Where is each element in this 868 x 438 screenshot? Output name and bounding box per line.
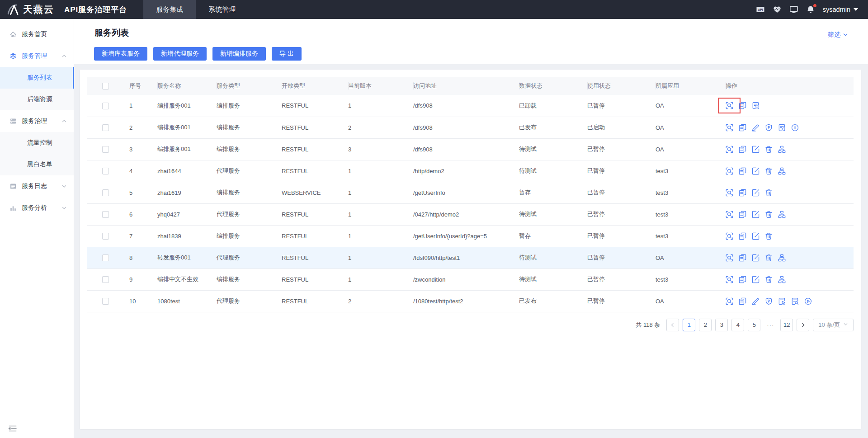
op-copy-icon[interactable]: [739, 232, 746, 240]
nav-tab[interactable]: 系统管理: [196, 0, 248, 19]
collapse-sidebar-icon[interactable]: [8, 425, 17, 432]
op-trash-icon[interactable]: [765, 254, 773, 262]
page-button[interactable]: 3: [715, 319, 728, 331]
op-trash-icon[interactable]: [765, 167, 773, 175]
op-copy-icon[interactable]: [739, 146, 746, 153]
page-button[interactable]: 12: [780, 319, 793, 331]
op-play-icon[interactable]: [804, 297, 812, 305]
op-trash-icon[interactable]: [765, 211, 773, 218]
column-header: 开放类型: [282, 77, 348, 95]
api-badge-icon[interactable]: API: [756, 5, 765, 14]
row-checkbox[interactable]: [102, 124, 109, 131]
sidebar-subitem[interactable]: 黑白名单: [0, 154, 74, 175]
nav-tab[interactable]: 服务集成: [143, 0, 196, 19]
op-sitemap-icon[interactable]: [778, 167, 786, 175]
username: sysadmin: [823, 6, 850, 13]
op-view-icon[interactable]: [726, 167, 733, 175]
op-copy-icon[interactable]: [739, 124, 746, 132]
page-size-select[interactable]: 10 条/页: [813, 319, 854, 331]
action-button[interactable]: 新增编排服务: [212, 47, 266, 61]
page-button[interactable]: 4: [731, 319, 744, 331]
op-trash-icon[interactable]: [765, 276, 773, 283]
op-copy-icon[interactable]: [739, 189, 746, 197]
op-shield-icon[interactable]: [765, 297, 773, 305]
op-view-icon[interactable]: [726, 276, 733, 283]
op-sitemap-icon[interactable]: [778, 146, 786, 153]
op-copy-icon[interactable]: [739, 211, 746, 218]
row-checkbox[interactable]: [102, 276, 109, 283]
op-sitemap-icon[interactable]: [778, 211, 786, 218]
sidebar-item[interactable]: 服务管理: [0, 45, 74, 67]
row-checkbox[interactable]: [102, 189, 109, 196]
op-pencil-icon[interactable]: [752, 297, 760, 305]
operations-cell: [726, 117, 854, 138]
op-view-icon[interactable]: [726, 232, 733, 240]
op-view-icon[interactable]: [726, 189, 733, 197]
row-checkbox[interactable]: [102, 211, 109, 218]
op-copy-icon[interactable]: [739, 167, 746, 175]
page-button[interactable]: 2: [699, 319, 712, 331]
op-copy-icon[interactable]: [739, 254, 746, 262]
filter-toggle[interactable]: 筛选: [828, 31, 848, 39]
op-sitemap-icon[interactable]: [778, 254, 786, 262]
op-edit-icon[interactable]: [752, 254, 760, 262]
address-cell: /0427/http/demo2: [413, 203, 519, 225]
op-copy-icon[interactable]: [739, 276, 746, 283]
op-pause-icon[interactable]: [791, 124, 799, 132]
operation-icons: [726, 211, 854, 218]
op-shield-icon[interactable]: [765, 124, 773, 132]
sidebar-item[interactable]: 服务分析: [0, 197, 74, 219]
row-checkbox[interactable]: [102, 233, 109, 240]
op-view-icon[interactable]: [726, 297, 733, 305]
op-copy-icon[interactable]: [739, 297, 746, 305]
bell-icon[interactable]: [806, 5, 815, 14]
monitor-icon[interactable]: [789, 5, 798, 14]
page-button[interactable]: 5: [748, 319, 760, 331]
op-view-icon[interactable]: [726, 211, 733, 218]
op-pencil-icon[interactable]: [752, 124, 760, 132]
op-edit-icon[interactable]: [752, 146, 760, 153]
op-trash-icon[interactable]: [765, 232, 773, 240]
op-doc-cursor-icon[interactable]: [778, 297, 786, 305]
sidebar-subitem[interactable]: 流量控制: [0, 132, 74, 154]
open-type-cell: RESTFUL: [282, 138, 348, 160]
row-checkbox[interactable]: [102, 298, 109, 305]
name-cell: 编排服务001: [157, 117, 217, 138]
op-trash-icon[interactable]: [765, 146, 773, 153]
op-view-icon[interactable]: [726, 124, 733, 132]
op-edit-icon[interactable]: [752, 167, 760, 175]
user-menu[interactable]: sysadmin: [823, 6, 858, 13]
row-checkbox[interactable]: [102, 168, 109, 174]
op-copy-icon[interactable]: [739, 102, 746, 109]
op-view-icon[interactable]: [726, 254, 733, 262]
prev-page-button[interactable]: [666, 319, 679, 331]
use-status-cell: 已启动: [587, 117, 656, 138]
action-button[interactable]: 新增库表服务: [94, 47, 147, 61]
action-button[interactable]: 导 出: [272, 47, 302, 61]
sidebar-item[interactable]: 服务治理: [0, 110, 74, 132]
sidebar-subitem[interactable]: 服务列表: [0, 67, 74, 89]
sidebar-item[interactable]: 服务日志: [0, 175, 74, 197]
row-checkbox[interactable]: [102, 146, 109, 153]
op-edit-icon[interactable]: [752, 232, 760, 240]
select-all-checkbox[interactable]: [102, 83, 109, 89]
op-view-icon[interactable]: [726, 146, 733, 153]
sidebar-subitem[interactable]: 后端资源: [0, 89, 74, 110]
sidebar-item[interactable]: 服务首页: [0, 24, 74, 45]
op-doc-search-icon[interactable]: [791, 297, 799, 305]
op-view-icon[interactable]: [726, 102, 733, 109]
op-doc-search-icon[interactable]: [752, 102, 760, 109]
health-icon[interactable]: [773, 5, 782, 14]
service-type-cell: 代理服务: [217, 160, 282, 182]
op-doc-search-icon[interactable]: [778, 124, 786, 132]
row-checkbox[interactable]: [102, 103, 109, 109]
op-edit-icon[interactable]: [752, 211, 760, 218]
op-edit-icon[interactable]: [752, 276, 760, 283]
op-trash-icon[interactable]: [765, 189, 773, 197]
op-edit-icon[interactable]: [752, 189, 760, 197]
next-page-button[interactable]: [797, 319, 809, 331]
page-button[interactable]: 1: [683, 319, 695, 331]
op-sitemap-icon[interactable]: [778, 276, 786, 283]
action-button[interactable]: 新增代理服务: [153, 47, 207, 61]
row-checkbox[interactable]: [102, 254, 109, 261]
